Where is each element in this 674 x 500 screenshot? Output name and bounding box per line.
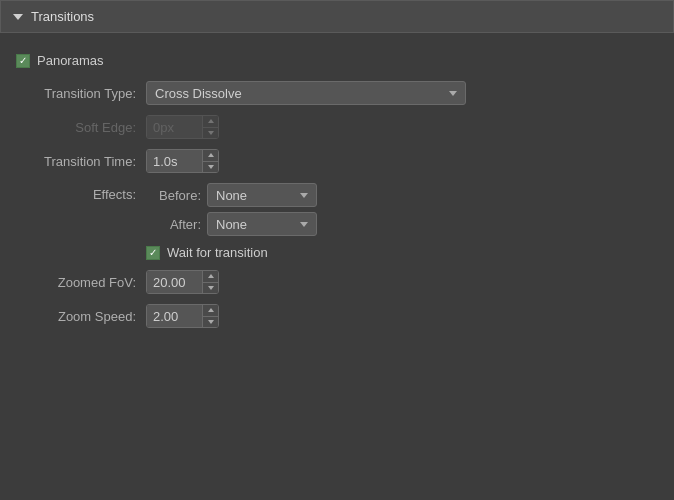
transition-time-input[interactable] [147, 150, 202, 172]
effects-before-value: None [216, 188, 247, 203]
zoom-speed-up-button[interactable] [203, 305, 218, 317]
soft-edge-up-button [203, 116, 218, 128]
down-arrow-icon [208, 286, 214, 290]
soft-edge-spinner [146, 115, 219, 139]
effects-after-dropdown[interactable]: None [207, 212, 317, 236]
zoom-speed-down-button[interactable] [203, 317, 218, 328]
wait-transition-checkbox[interactable]: ✓ [146, 246, 160, 260]
effects-row: Effects: Before: None After: None [16, 178, 658, 265]
transition-time-up-button[interactable] [203, 150, 218, 162]
checkmark-icon: ✓ [19, 56, 27, 66]
soft-edge-down-button [203, 128, 218, 139]
effects-after-row: After: None [146, 212, 317, 236]
wait-transition-row: ✓ Wait for transition [146, 241, 317, 260]
panel-title: Transitions [31, 9, 94, 24]
zoomed-fov-input[interactable] [147, 271, 202, 293]
effects-after-value: None [216, 217, 247, 232]
zoomed-fov-spinner-buttons [202, 271, 218, 293]
soft-edge-label: Soft Edge: [16, 120, 146, 135]
panoramas-row: ✓ Panoramas [16, 45, 658, 76]
zoom-speed-input[interactable] [147, 305, 202, 327]
panel-header[interactable]: Transitions [0, 0, 674, 33]
down-arrow-icon [208, 320, 214, 324]
soft-edge-input [147, 116, 202, 138]
wait-transition-label: Wait for transition [167, 245, 268, 260]
effects-before-dropdown[interactable]: None [207, 183, 317, 207]
effects-after-dropdown-arrow [300, 222, 308, 227]
transition-time-row: Transition Time: [16, 144, 658, 178]
zoomed-fov-label: Zoomed FoV: [16, 275, 146, 290]
panoramas-checkbox[interactable]: ✓ [16, 54, 30, 68]
zoomed-fov-down-button[interactable] [203, 283, 218, 294]
transition-time-label: Transition Time: [16, 154, 146, 169]
panoramas-label: Panoramas [37, 53, 103, 68]
effects-before-dropdown-arrow [300, 193, 308, 198]
transition-type-dropdown[interactable]: Cross Dissolve [146, 81, 466, 105]
effects-before-row: Before: None [146, 183, 317, 207]
transition-time-spinner[interactable] [146, 149, 219, 173]
up-arrow-icon [208, 274, 214, 278]
up-arrow-icon [208, 153, 214, 157]
effects-before-label: Before: [146, 188, 201, 203]
zoomed-fov-spinner[interactable] [146, 270, 219, 294]
transition-type-dropdown-arrow [449, 91, 457, 96]
transition-time-down-button[interactable] [203, 162, 218, 173]
transition-time-spinner-buttons [202, 150, 218, 172]
up-arrow-icon [208, 119, 214, 123]
zoom-speed-spinner-buttons [202, 305, 218, 327]
wait-checkmark-icon: ✓ [149, 248, 157, 258]
panel-collapse-icon[interactable] [13, 14, 23, 20]
panel-content: ✓ Panoramas Transition Type: Cross Disso… [0, 33, 674, 345]
zoom-speed-label: Zoom Speed: [16, 309, 146, 324]
zoom-speed-row: Zoom Speed: [16, 299, 658, 333]
transition-type-value: Cross Dissolve [155, 86, 242, 101]
effects-after-label: After: [146, 217, 201, 232]
soft-edge-row: Soft Edge: [16, 110, 658, 144]
zoomed-fov-up-button[interactable] [203, 271, 218, 283]
effects-label: Effects: [16, 183, 146, 202]
transition-type-row: Transition Type: Cross Dissolve [16, 76, 658, 110]
zoomed-fov-row: Zoomed FoV: [16, 265, 658, 299]
up-arrow-icon [208, 308, 214, 312]
transitions-panel: Transitions ✓ Panoramas Transition Type:… [0, 0, 674, 345]
panoramas-checkbox-wrap[interactable]: ✓ Panoramas [16, 53, 103, 68]
soft-edge-spinner-buttons [202, 116, 218, 138]
transition-type-label: Transition Type: [16, 86, 146, 101]
effects-sub: Before: None After: None [146, 183, 317, 260]
down-arrow-icon [208, 165, 214, 169]
down-arrow-icon [208, 131, 214, 135]
zoom-speed-spinner[interactable] [146, 304, 219, 328]
